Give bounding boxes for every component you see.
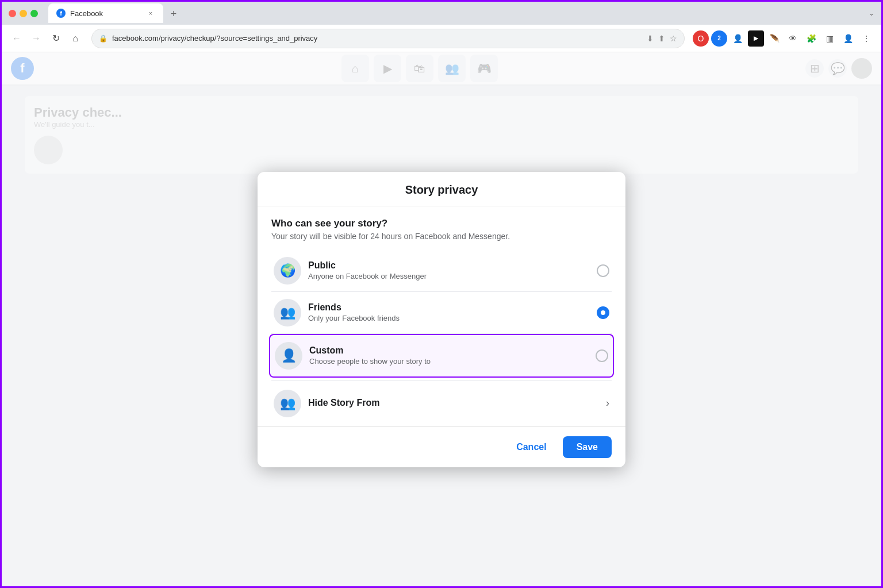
public-option-text: Public Anyone on Facebook or Messenger xyxy=(308,260,597,280)
who-can-see-subtitle: Your story will be visible for 24 hours … xyxy=(271,232,612,241)
tab-title: Facebook xyxy=(70,9,103,18)
hide-story-option[interactable]: 👥 Hide Story From › xyxy=(271,383,612,424)
extension-icon-2[interactable]: ▶ xyxy=(748,30,764,47)
share-icon[interactable]: ⬆ xyxy=(658,34,665,43)
globe-icon: 🌍 xyxy=(280,263,295,278)
modal-body: Who can see your story? Your story will … xyxy=(258,206,625,424)
split-screen-icon[interactable]: ▥ xyxy=(821,30,838,47)
public-radio[interactable] xyxy=(597,264,609,277)
download-page-icon[interactable]: ⬇ xyxy=(647,34,654,43)
browser-toolbar: ← → ↻ ⌂ 🔒 facebook.com/privacy/checkup/?… xyxy=(2,25,881,52)
extensions-puzzle-icon[interactable]: 🧩 xyxy=(803,30,819,47)
forward-button[interactable]: → xyxy=(28,30,44,47)
save-button[interactable]: Save xyxy=(563,436,612,458)
toolbar-extension-icons: O 2 👤 ▶ 🪶 👁 🧩 ▥ 👤 ⋮ xyxy=(693,30,874,47)
friends-option[interactable]: 👥 Friends Only your Facebook friends xyxy=(271,292,612,334)
tab-menu-button[interactable]: ⌄ xyxy=(869,9,874,17)
tab-close-button[interactable]: × xyxy=(146,9,155,18)
star-icon[interactable]: ☆ xyxy=(670,34,677,43)
friends-icon-wrap: 👥 xyxy=(274,299,301,326)
public-icon-wrap: 🌍 xyxy=(274,257,301,285)
friends-desc: Only your Facebook friends xyxy=(308,314,597,322)
traffic-lights xyxy=(9,10,38,17)
cancel-button[interactable]: Cancel xyxy=(507,436,555,458)
active-tab[interactable]: f Facebook × xyxy=(48,3,163,23)
maximize-traffic-light[interactable] xyxy=(30,10,38,17)
address-bar[interactable]: 🔒 facebook.com/privacy/checkup/?source=s… xyxy=(91,29,685,48)
home-button[interactable]: ⌂ xyxy=(67,30,83,47)
friends-icon: 👥 xyxy=(280,305,295,320)
custom-option[interactable]: 👤 Custom Choose people to show your stor… xyxy=(269,334,614,378)
new-tab-button[interactable]: + xyxy=(166,6,182,22)
modal-footer: Cancel Save xyxy=(258,426,625,467)
hide-story-icon: 👥 xyxy=(280,396,295,411)
extension-icon-1[interactable]: 👤 xyxy=(730,30,746,47)
browser-menu-icon[interactable]: ⋮ xyxy=(858,30,874,47)
hide-story-label: Hide Story From xyxy=(308,398,606,408)
minimize-traffic-light[interactable] xyxy=(20,10,27,17)
public-label: Public xyxy=(308,260,597,271)
lock-icon: 🔒 xyxy=(99,34,108,43)
modal-header: Story privacy xyxy=(258,172,625,206)
custom-icon: 👤 xyxy=(281,348,297,363)
browser-window: f Facebook × + ⌄ ← → ↻ ⌂ 🔒 facebook.com/… xyxy=(2,2,881,586)
divider xyxy=(271,380,612,381)
url-text: facebook.com/privacy/checkup/?source=set… xyxy=(112,34,642,43)
close-traffic-light[interactable] xyxy=(9,10,16,17)
friends-option-text: Friends Only your Facebook friends xyxy=(308,302,597,322)
tab-favicon: f xyxy=(56,9,66,18)
profile-avatar-icon[interactable]: 👤 xyxy=(840,30,856,47)
custom-icon-wrap: 👤 xyxy=(275,342,302,370)
hide-story-chevron-icon: › xyxy=(606,397,609,409)
extension-icon-4[interactable]: 👁 xyxy=(785,30,801,47)
opera-icon[interactable]: O xyxy=(693,30,709,47)
public-option[interactable]: 🌍 Public Anyone on Facebook or Messenger xyxy=(271,250,612,292)
page-content: f ⌂ ▶ 🛍 👥 🎮 ⊞ 💬 Privacy chec... We'll gu… xyxy=(2,52,881,586)
back-button[interactable]: ← xyxy=(9,30,25,47)
friends-label: Friends xyxy=(308,302,597,313)
tab-bar: f Facebook × + xyxy=(48,3,182,23)
friends-radio[interactable] xyxy=(597,306,609,319)
hide-story-icon-wrap: 👥 xyxy=(274,390,301,417)
custom-label: Custom xyxy=(309,345,596,356)
tab-manager-icon[interactable]: 2 xyxy=(711,30,727,47)
extension-icon-3[interactable]: 🪶 xyxy=(766,30,782,47)
hide-story-text: Hide Story From xyxy=(308,398,606,409)
custom-option-text: Custom Choose people to show your story … xyxy=(309,345,596,366)
title-bar: f Facebook × + ⌄ xyxy=(2,2,881,25)
story-privacy-modal: Story privacy Who can see your story? Yo… xyxy=(258,172,625,467)
reload-button[interactable]: ↻ xyxy=(48,30,64,47)
modal-title: Story privacy xyxy=(271,183,612,197)
who-can-see-title: Who can see your story? xyxy=(271,218,612,229)
custom-desc: Choose people to show your story to xyxy=(309,357,596,366)
public-desc: Anyone on Facebook or Messenger xyxy=(308,272,597,280)
custom-radio[interactable] xyxy=(596,349,608,362)
